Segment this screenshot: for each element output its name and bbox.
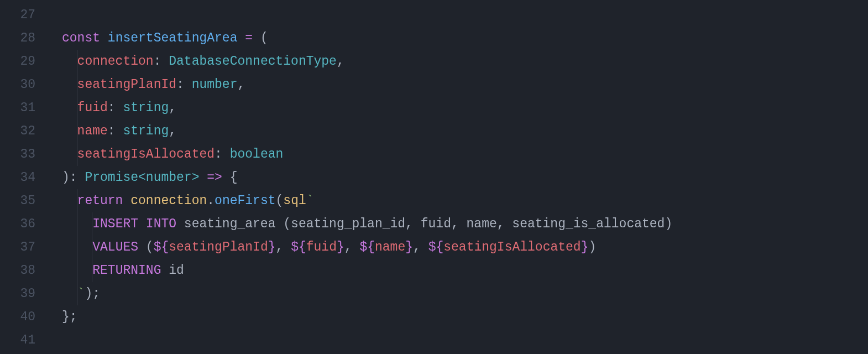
- code-token: ): [589, 240, 597, 254]
- code-token: };: [62, 310, 77, 324]
- code-line[interactable]: 31 fuid: string,: [0, 96, 868, 119]
- indent-guide: [77, 119, 77, 143]
- code-token: :: [108, 101, 123, 115]
- indent-guide: [92, 212, 92, 236]
- code-token: (: [253, 31, 268, 45]
- line-number: 38: [0, 259, 49, 282]
- code-token: connection: [77, 54, 154, 69]
- code-token: }: [405, 240, 413, 254]
- indent-guide: [92, 236, 92, 259]
- code-content[interactable]: connection: DatabaseConnectionType,: [49, 50, 344, 73]
- code-token: [100, 31, 108, 45]
- line-number: 36: [0, 212, 49, 236]
- code-content[interactable]: ): Promise<number> => {: [49, 166, 238, 189]
- code-token: [62, 287, 77, 301]
- code-token: ${: [428, 240, 444, 254]
- line-number: 41: [0, 329, 49, 352]
- code-token: [200, 170, 207, 185]
- code-token: VALUES: [92, 240, 138, 254]
- code-token: ${: [359, 240, 375, 254]
- indent-guide: [77, 212, 77, 236]
- code-token: `: [77, 287, 85, 301]
- code-token: oneFirst: [215, 194, 275, 208]
- code-token: [237, 31, 245, 45]
- code-token: INSERT INTO: [92, 217, 176, 231]
- code-content[interactable]: name: string,: [49, 119, 176, 143]
- code-token: const: [62, 31, 100, 45]
- code-token: ):: [62, 170, 85, 185]
- code-token: =>: [207, 170, 222, 185]
- code-content[interactable]: };: [49, 305, 77, 329]
- indent-guide: [77, 143, 77, 166]
- code-token: :: [176, 77, 192, 92]
- code-line[interactable]: 39 `);: [0, 282, 868, 305]
- code-content[interactable]: seatingPlanId: number,: [49, 73, 245, 96]
- code-line[interactable]: 32 name: string,: [0, 119, 868, 143]
- code-line[interactable]: 29 connection: DatabaseConnectionType,: [0, 50, 868, 73]
- code-line[interactable]: 37 VALUES (${seatingPlanId}, ${fuid}, ${…: [0, 236, 868, 259]
- code-line[interactable]: 34): Promise<number> => {: [0, 166, 868, 189]
- code-line[interactable]: 35 return connection.oneFirst(sql`: [0, 189, 868, 212]
- code-content[interactable]: const insertSeatingArea = (: [49, 27, 268, 50]
- code-token: `: [306, 194, 314, 208]
- line-number: 37: [0, 236, 49, 259]
- code-token: =: [245, 31, 253, 45]
- code-content[interactable]: fuid: string,: [49, 96, 176, 119]
- line-number: 35: [0, 189, 49, 212]
- code-token: [62, 54, 77, 69]
- code-line[interactable]: 27: [0, 3, 868, 27]
- code-token: }: [337, 240, 344, 254]
- code-line[interactable]: 30 seatingPlanId: number,: [0, 73, 868, 96]
- code-token: ${: [291, 240, 306, 254]
- code-token: }: [581, 240, 589, 254]
- indent-guide: [77, 189, 77, 212]
- code-token: ,: [413, 240, 428, 254]
- code-token: :: [154, 54, 169, 69]
- code-token: >: [192, 170, 200, 185]
- code-content[interactable]: seatingIsAllocated: boolean: [49, 143, 283, 166]
- code-token: seatingPlanId: [169, 240, 268, 254]
- code-token: fuid: [306, 240, 337, 254]
- code-token: ${: [154, 240, 169, 254]
- code-token: insertSeatingArea: [108, 31, 238, 45]
- code-line[interactable]: 41: [0, 329, 868, 352]
- code-token: {: [222, 170, 238, 185]
- code-content[interactable]: VALUES (${seatingPlanId}, ${fuid}, ${nam…: [49, 236, 596, 259]
- code-token: .: [207, 194, 215, 208]
- code-token: );: [85, 287, 100, 301]
- line-number: 28: [0, 27, 49, 50]
- indent-guide: [92, 259, 92, 282]
- code-token: :: [108, 124, 123, 138]
- indent-guide: [77, 236, 77, 259]
- code-token: boolean: [230, 147, 284, 162]
- code-token: seatingIsAllocated: [77, 147, 215, 162]
- code-content[interactable]: return connection.oneFirst(sql`: [49, 189, 314, 212]
- code-editor[interactable]: 2728const insertSeatingArea = (29 connec…: [0, 0, 868, 352]
- code-token: string: [123, 124, 169, 138]
- indent-guide: [77, 96, 77, 119]
- code-line[interactable]: 28const insertSeatingArea = (: [0, 27, 868, 50]
- line-number: 30: [0, 73, 49, 96]
- line-number: 29: [0, 50, 49, 73]
- code-token: ,: [337, 54, 344, 69]
- code-line[interactable]: 40};: [0, 305, 868, 329]
- line-number: 34: [0, 166, 49, 189]
- code-token: string: [123, 101, 169, 115]
- code-token: [62, 77, 77, 92]
- code-token: ,: [169, 101, 176, 115]
- code-token: seating_area (seating_plan_id, fuid, nam…: [176, 217, 672, 231]
- code-token: return: [77, 194, 123, 208]
- code-token: [62, 147, 77, 162]
- code-content[interactable]: RETURNING id: [49, 259, 184, 282]
- code-line[interactable]: 33 seatingIsAllocated: boolean: [0, 143, 868, 166]
- code-token: connection: [130, 194, 207, 208]
- code-content[interactable]: `);: [49, 282, 100, 305]
- code-token: [62, 124, 77, 138]
- code-token: fuid: [77, 101, 108, 115]
- code-line[interactable]: 36 INSERT INTO seating_area (seating_pla…: [0, 212, 868, 236]
- code-line[interactable]: 38 RETURNING id: [0, 259, 868, 282]
- code-content[interactable]: INSERT INTO seating_area (seating_plan_i…: [49, 212, 672, 236]
- code-token: :: [215, 147, 230, 162]
- code-token: name: [375, 240, 405, 254]
- code-token: [62, 194, 77, 208]
